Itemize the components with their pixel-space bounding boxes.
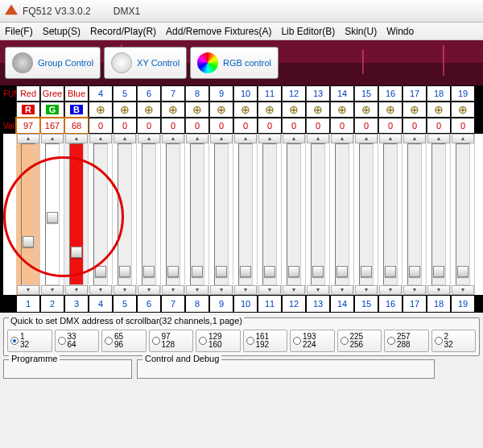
ch-cell-10[interactable]: 10 (233, 295, 258, 313)
ch-cell-2[interactable]: 2 (40, 295, 64, 313)
slider-13[interactable]: ▴▾ (306, 134, 330, 295)
slider-up-2[interactable]: ▴ (41, 134, 64, 143)
slider-1[interactable]: ▴▾ (16, 134, 40, 295)
quick-radio-6[interactable] (246, 337, 254, 345)
slider-track-3[interactable] (69, 143, 84, 285)
slider-handle-10[interactable] (240, 266, 251, 277)
rgb-control-button[interactable]: RGB control (190, 47, 279, 79)
val-cell-16[interactable]: 0 (378, 118, 402, 134)
slider-up-3[interactable]: ▴ (65, 134, 88, 143)
slider-track-4[interactable] (93, 143, 108, 285)
slider-5[interactable]: ▴▾ (113, 134, 137, 295)
slider-down-2[interactable]: ▾ (41, 285, 64, 295)
slider-down-19[interactable]: ▾ (452, 285, 474, 295)
slider-15[interactable]: ▴▾ (354, 134, 378, 295)
quick-radio-8[interactable] (341, 337, 349, 345)
ch-cell-6[interactable]: 6 (137, 295, 161, 313)
quick-range-161-192[interactable]: 161192 (243, 330, 288, 352)
slider-down-3[interactable]: ▾ (65, 285, 88, 295)
slider-up-11[interactable]: ▴ (258, 134, 281, 143)
quick-range-193-224[interactable]: 193224 (290, 330, 335, 352)
quick-radio-7[interactable] (293, 337, 301, 345)
slider-down-10[interactable]: ▾ (234, 285, 257, 295)
quick-range-225-256[interactable]: 225256 (337, 330, 382, 352)
ch-cell-5[interactable]: 5 (113, 295, 137, 313)
slider-track-10[interactable] (238, 143, 253, 285)
slider-down-18[interactable]: ▾ (427, 285, 450, 295)
quick-range-257-288[interactable]: 257288 (384, 330, 429, 352)
slider-handle-14[interactable] (336, 266, 348, 277)
slider-handle-15[interactable] (361, 266, 372, 277)
slider-handle-12[interactable] (288, 266, 299, 277)
ch-cell-8[interactable]: 8 (185, 295, 209, 313)
ch-cell-11[interactable]: 11 (258, 295, 282, 313)
menu-record-play[interactable]: Record/Play(R) (90, 26, 156, 37)
ch-cell-19[interactable]: 19 (451, 295, 475, 313)
slider-track-17[interactable] (407, 143, 422, 285)
val-cell-6[interactable]: 0 (137, 118, 161, 134)
slider-handle-16[interactable] (385, 266, 396, 277)
slider-track-18[interactable] (431, 143, 446, 285)
slider-12[interactable]: ▴▾ (282, 134, 306, 295)
slider-handle-1[interactable] (23, 236, 34, 247)
slider-up-10[interactable]: ▴ (234, 134, 257, 143)
slider-11[interactable]: ▴▾ (258, 134, 282, 295)
quick-radio-9[interactable] (387, 337, 395, 345)
slider-6[interactable]: ▴▾ (137, 134, 161, 295)
slider-track-8[interactable] (190, 143, 204, 285)
slider-handle-8[interactable] (192, 266, 203, 277)
ch-cell-3[interactable]: 3 (64, 295, 89, 313)
slider-up-4[interactable]: ▴ (89, 134, 112, 143)
menu-file[interactable]: File(F) (5, 26, 33, 37)
val-cell-18[interactable]: 0 (427, 118, 451, 134)
slider-track-7[interactable] (166, 143, 180, 285)
slider-handle-19[interactable] (457, 266, 469, 277)
slider-handle-7[interactable] (167, 266, 179, 277)
slider-10[interactable]: ▴▾ (233, 134, 258, 295)
slider-track-2[interactable] (45, 143, 60, 285)
val-cell-4[interactable]: 0 (89, 118, 113, 134)
val-cell-19[interactable]: 0 (451, 118, 475, 134)
quick-range-33-64[interactable]: 3364 (55, 330, 100, 352)
slider-down-1[interactable]: ▾ (17, 285, 39, 295)
val-cell-13[interactable]: 0 (306, 118, 330, 134)
slider-track-14[interactable] (335, 143, 349, 285)
slider-track-19[interactable] (456, 143, 470, 285)
val-cell-9[interactable]: 0 (209, 118, 233, 134)
slider-up-6[interactable]: ▴ (138, 134, 160, 143)
slider-track-12[interactable] (287, 143, 301, 285)
slider-track-15[interactable] (359, 143, 374, 285)
slider-up-15[interactable]: ▴ (355, 134, 378, 143)
slider-down-8[interactable]: ▾ (186, 285, 208, 295)
ch-cell-7[interactable]: 7 (161, 295, 185, 313)
slider-down-5[interactable]: ▾ (114, 285, 136, 295)
quick-radio-10[interactable] (435, 337, 443, 345)
slider-up-9[interactable]: ▴ (210, 134, 233, 143)
slider-9[interactable]: ▴▾ (209, 134, 233, 295)
slider-3[interactable]: ▴▾ (64, 134, 89, 295)
slider-track-6[interactable] (142, 143, 156, 285)
slider-up-7[interactable]: ▴ (162, 134, 184, 143)
slider-track-11[interactable] (262, 143, 277, 285)
slider-up-17[interactable]: ▴ (403, 134, 426, 143)
quick-range-129-160[interactable]: 129160 (196, 330, 241, 352)
quick-radio-5[interactable] (199, 337, 207, 345)
slider-track-13[interactable] (311, 143, 325, 285)
val-cell-15[interactable]: 0 (354, 118, 378, 134)
slider-handle-4[interactable] (95, 266, 106, 277)
slider-down-12[interactable]: ▾ (283, 285, 305, 295)
slider-track-9[interactable] (214, 143, 229, 285)
menu-skin[interactable]: Skin(U) (345, 26, 377, 37)
slider-17[interactable]: ▴▾ (402, 134, 427, 295)
quick-range-65-96[interactable]: 6596 (101, 330, 147, 352)
menu-lib-editor[interactable]: Lib Editor(B) (281, 26, 335, 37)
slider-down-9[interactable]: ▾ (210, 285, 233, 295)
xy-control-button[interactable]: XY Control (104, 47, 187, 79)
slider-14[interactable]: ▴▾ (330, 134, 354, 295)
ch-cell-9[interactable]: 9 (209, 295, 233, 313)
slider-handle-6[interactable] (143, 266, 155, 277)
quick-range-1-32[interactable]: 132 (7, 330, 52, 352)
slider-up-19[interactable]: ▴ (452, 134, 474, 143)
ch-cell-14[interactable]: 14 (330, 295, 354, 313)
val-cell-2[interactable]: 167 (40, 118, 64, 134)
